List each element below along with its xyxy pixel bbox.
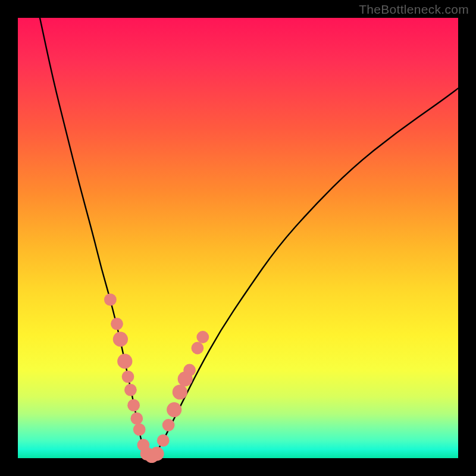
curve-marker [113,332,128,347]
curve-marker [196,331,209,343]
curve-marker [183,364,196,377]
curve-marker [104,293,117,306]
curve-marker [157,434,170,447]
curve-marker [117,354,132,369]
curve-marker [173,384,187,399]
curve-marker [150,447,164,461]
curve-marker [162,419,175,431]
curve-markers [104,293,209,463]
chart-svg [18,18,458,458]
curve-marker [127,399,140,412]
curve-marker [192,342,204,355]
curve-marker [122,371,134,383]
curve-marker [111,318,123,330]
bottleneck-curve-path [40,18,458,457]
curve-marker [130,412,143,425]
chart-frame: TheBottleneck.com [0,0,476,476]
watermark-text: TheBottleneck.com [359,2,469,17]
curve-marker [124,384,137,396]
curve-marker [167,402,181,417]
curve-marker [133,424,146,436]
plot-area [18,18,458,458]
